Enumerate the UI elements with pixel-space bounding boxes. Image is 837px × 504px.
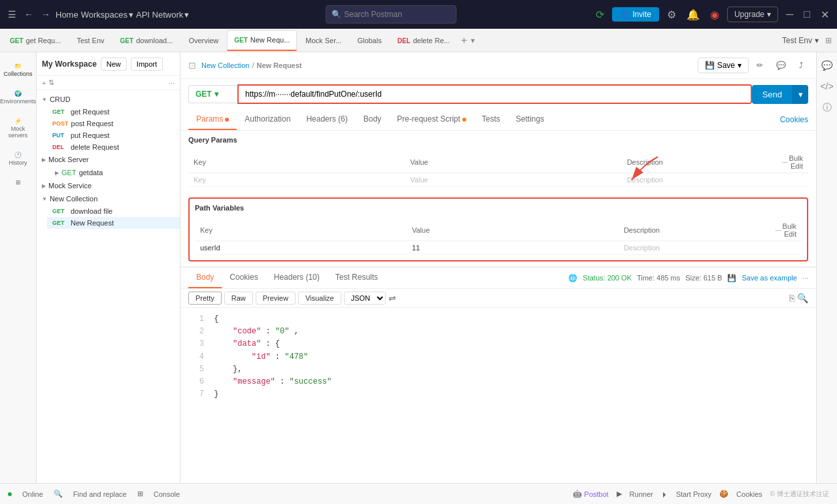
tab-settings[interactable]: Settings: [508, 109, 552, 130]
folder-mock-service[interactable]: ▶ Mock Service: [37, 179, 180, 192]
save-example-button[interactable]: Save as example: [742, 274, 796, 282]
pv-desc-placeholder[interactable]: Description: [619, 241, 770, 255]
start-proxy-button[interactable]: Start Proxy: [676, 490, 711, 498]
settings-icon[interactable]: ⚙: [664, 6, 679, 24]
cookies-link[interactable]: Cookies: [780, 115, 808, 124]
tab-get-request[interactable]: GET get Requ...: [3, 30, 68, 51]
minimize-button[interactable]: ─: [783, 6, 796, 23]
postbot-button[interactable]: 🤖 Postbot: [573, 490, 608, 498]
user-avatar-icon[interactable]: ◉: [708, 6, 722, 24]
response-tab-headers[interactable]: Headers (10): [266, 267, 328, 288]
search-bar[interactable]: 🔍 Search Postman: [326, 5, 456, 24]
tab-overflow-button[interactable]: ▾: [471, 36, 475, 45]
forward-button[interactable]: →: [39, 7, 53, 22]
request-get-request[interactable]: GET get Request: [47, 106, 180, 118]
edit-button[interactable]: ✏: [751, 58, 768, 73]
folder-mock-server[interactable]: ▶ Mock Server: [37, 153, 180, 166]
request-delete-request[interactable]: DEL delete Request: [47, 141, 180, 153]
tab-body[interactable]: Body: [356, 109, 389, 130]
wrap-icon[interactable]: ⇌: [388, 293, 396, 303]
cookies-button[interactable]: Cookies: [736, 490, 762, 498]
request-post-request[interactable]: POST post Request: [47, 118, 180, 129]
key-placeholder[interactable]: Key: [188, 173, 405, 187]
copy-response-icon[interactable]: ⎘: [789, 293, 794, 303]
sort-button[interactable]: ⇅: [48, 78, 54, 87]
method-del-icon: DEL: [52, 144, 68, 150]
format-raw-button[interactable]: Raw: [224, 292, 253, 305]
code-right-icon[interactable]: </>: [817, 78, 836, 94]
tab-overview[interactable]: Overview: [181, 30, 226, 51]
response-tab-body[interactable]: Body: [188, 267, 222, 288]
request-download-file[interactable]: GET download file: [47, 205, 180, 217]
value-placeholder[interactable]: Value: [405, 173, 621, 187]
sidebar-mock-servers-icon[interactable]: ⚡ Mock servers: [3, 112, 34, 144]
comment-right-icon[interactable]: 💬: [819, 58, 835, 73]
hamburger-menu-button[interactable]: ☰: [5, 7, 19, 22]
home-link[interactable]: Home: [56, 10, 78, 20]
request-new-request[interactable]: GET New Request: [47, 217, 180, 229]
folder-crud[interactable]: ▼ CRUD: [37, 93, 180, 106]
invite-button[interactable]: 👤 Invite: [612, 7, 659, 22]
sync-icon[interactable]: ⟳: [593, 6, 607, 24]
more-response-icon[interactable]: ···: [802, 274, 808, 282]
tab-new-request[interactable]: GET New Requ...: [227, 30, 297, 51]
api-network-button[interactable]: API Network ▾: [136, 10, 189, 20]
workspaces-button[interactable]: Workspaces ▾: [81, 10, 133, 20]
import-button[interactable]: Import: [131, 58, 163, 71]
runner-button[interactable]: Runner: [630, 490, 653, 498]
new-collection-button[interactable]: New: [101, 58, 127, 71]
find-replace-button[interactable]: Find and replace: [73, 490, 127, 498]
share-button[interactable]: ⤴: [794, 58, 808, 73]
format-visualize-button[interactable]: Visualize: [298, 292, 341, 305]
method-label: GET: [196, 90, 212, 99]
add-tab-button[interactable]: +: [458, 35, 470, 46]
tab-mock-server[interactable]: Mock Ser...: [298, 30, 349, 51]
send-button[interactable]: Send: [752, 85, 793, 104]
save-button[interactable]: 💾 Save ▾: [698, 58, 749, 73]
search-response-icon[interactable]: 🔍: [797, 293, 808, 303]
sidebar-flows-icon[interactable]: ⊞: [3, 174, 34, 191]
desc-placeholder[interactable]: Description: [622, 173, 777, 187]
maximize-button[interactable]: □: [801, 6, 813, 23]
comment-button[interactable]: 💬: [771, 58, 791, 73]
request-put-request[interactable]: PUT put Request: [47, 129, 180, 141]
close-button[interactable]: ✕: [818, 6, 832, 24]
tab-download[interactable]: GET download...: [113, 30, 180, 51]
response-tab-cookies[interactable]: Cookies: [222, 267, 265, 288]
breadcrumb-collection[interactable]: New Collection: [201, 61, 249, 69]
sidebar-collections-icon[interactable]: 📁 Collections: [3, 58, 34, 82]
tab-authorization[interactable]: Authorization: [237, 109, 298, 130]
request-label: put Request: [71, 131, 109, 139]
tab-pre-request-script[interactable]: Pre-request Script: [389, 109, 474, 130]
format-pretty-button[interactable]: Pretty: [188, 292, 222, 305]
back-button[interactable]: ←: [22, 7, 36, 22]
add-item-button[interactable]: +: [42, 79, 46, 87]
json-format-select[interactable]: JSON: [344, 292, 386, 305]
tab-tests[interactable]: Tests: [474, 109, 508, 130]
tab-headers[interactable]: Headers (6): [298, 109, 355, 130]
subfolder-getdata[interactable]: ▶ GET getdata: [47, 166, 180, 179]
url-input[interactable]: [239, 86, 751, 103]
folder-new-collection[interactable]: ▼ New Collection: [37, 192, 180, 205]
format-preview-button[interactable]: Preview: [256, 292, 296, 305]
method-selector[interactable]: GET ▾: [188, 85, 237, 103]
pv-key-userId[interactable]: userId: [195, 241, 407, 255]
notifications-icon[interactable]: 🔔: [684, 6, 702, 24]
tab-params[interactable]: Params: [188, 109, 237, 130]
console-button[interactable]: Console: [154, 490, 180, 498]
pv-bulk-edit-label[interactable]: Bulk Edit: [783, 222, 796, 238]
info-right-icon[interactable]: ⓘ: [820, 99, 834, 116]
send-options-button[interactable]: ▾: [793, 85, 808, 104]
pv-value-11[interactable]: 11: [407, 241, 619, 255]
sidebar-history-icon[interactable]: 🕐 History: [3, 146, 34, 171]
more-options-button[interactable]: ···: [169, 79, 175, 87]
env-selector[interactable]: Test Env ▾: [782, 36, 819, 45]
tab-globals[interactable]: Globals: [350, 30, 388, 51]
upgrade-button[interactable]: Upgrade ▾: [727, 7, 778, 22]
sidebar-environments-icon[interactable]: 🌍 Environments: [3, 85, 34, 110]
tab-test-env[interactable]: Test Env: [69, 30, 111, 51]
bulk-edit-label[interactable]: Bulk Edit: [789, 154, 803, 170]
tab-delete-request[interactable]: DEL delete Re...: [390, 30, 457, 51]
response-tab-test-results[interactable]: Test Results: [328, 267, 386, 288]
env-settings-icon[interactable]: ⊞: [823, 33, 834, 48]
